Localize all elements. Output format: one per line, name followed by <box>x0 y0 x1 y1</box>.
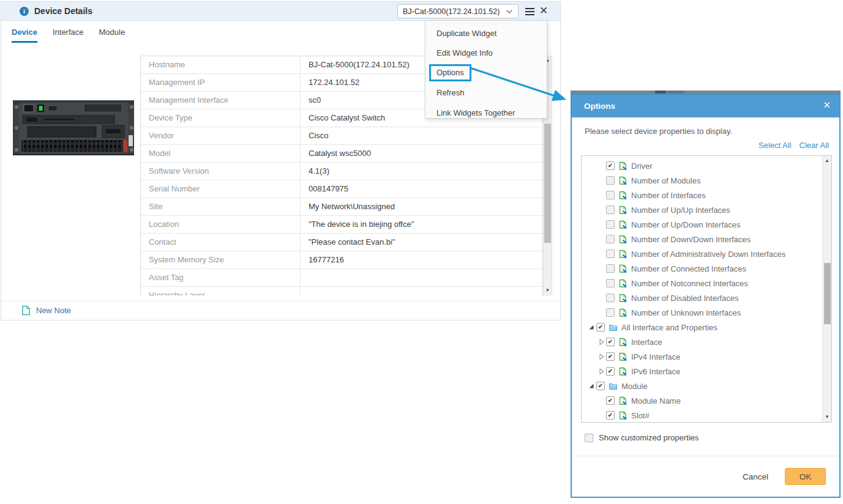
tree-item-label: Number of Administratively Down Interfac… <box>631 250 785 259</box>
tree-item-label: IPv4 Interface <box>631 352 680 361</box>
checkbox[interactable] <box>606 220 615 229</box>
ok-button[interactable]: OK <box>785 468 826 485</box>
collapsed-arrow-icon[interactable] <box>598 353 606 360</box>
menu-item-refresh[interactable]: Refresh <box>425 84 547 102</box>
tree-item[interactable]: Number of Notconnect Interfaces <box>588 276 831 291</box>
property-icon <box>618 250 628 259</box>
checkbox[interactable]: ✔ <box>606 411 615 420</box>
tab-module[interactable]: Module <box>99 28 126 43</box>
show-customized-checkbox[interactable] <box>585 434 593 442</box>
checkbox[interactable]: ✔ <box>596 382 605 390</box>
tree-item[interactable]: Number of Connected Interfaces <box>588 261 831 276</box>
checkbox[interactable] <box>606 264 615 273</box>
property-icon <box>618 191 628 200</box>
checkbox[interactable] <box>606 308 615 317</box>
checkbox[interactable] <box>606 294 615 302</box>
expanded-arrow-icon[interactable] <box>588 324 596 331</box>
tree-item-label: Number of Interfaces <box>631 191 705 200</box>
list-scrollbar[interactable]: ▲ ▼ <box>822 156 831 422</box>
tree-item[interactable]: ✔IPv4 Interface <box>588 349 831 364</box>
tree-item[interactable]: ✔All Interface and Properties <box>588 320 831 335</box>
list-scrollbar-thumb[interactable] <box>824 263 831 324</box>
select-all-link[interactable]: Select All <box>759 141 791 150</box>
property-value: 008147975 <box>301 180 542 198</box>
tree-item[interactable]: Number of Down/Down Interfaces <box>588 232 831 246</box>
checkbox[interactable] <box>606 235 615 243</box>
collapsed-arrow-icon[interactable] <box>598 368 606 375</box>
new-note-button[interactable]: New Note <box>21 305 71 316</box>
table-row: VendorCisco <box>141 127 542 145</box>
menu-item-edit-widget-info[interactable]: Edit Widget Info <box>425 44 547 62</box>
tree-item-label: IPv6 Interface <box>631 367 680 376</box>
tree-item-label: Number of Modules <box>631 176 700 185</box>
dialog-close-icon[interactable]: ✕ <box>823 100 831 111</box>
scroll-down-icon[interactable]: ▼ <box>823 414 831 420</box>
property-label: Contact <box>141 234 301 251</box>
property-label: Vendor <box>141 127 301 144</box>
tree-item[interactable]: Number of Modules <box>588 173 831 188</box>
dialog-header: Options ✕ <box>572 95 839 117</box>
clear-all-link[interactable]: Clear All <box>800 141 829 150</box>
property-value: Catalyst wsc5000 <box>301 145 542 162</box>
property-icon <box>618 176 628 185</box>
table-row: Asset Tag <box>141 269 542 287</box>
tree-item[interactable]: Number of Unknown Interfaces <box>588 305 831 320</box>
checkbox[interactable] <box>606 279 615 287</box>
checkbox[interactable] <box>606 176 615 185</box>
checkbox[interactable]: ✔ <box>596 323 605 332</box>
widget-title: Device Details <box>34 6 92 16</box>
tab-interface[interactable]: Interface <box>53 28 84 43</box>
property-icon <box>618 411 628 420</box>
tree-item-label: Interface <box>631 338 662 347</box>
tree-item[interactable]: ✔Slot# <box>588 408 831 423</box>
new-note-icon <box>21 305 31 316</box>
checkbox[interactable] <box>606 206 615 214</box>
checkbox[interactable] <box>606 191 615 199</box>
scroll-up-icon[interactable]: ▲ <box>823 158 831 163</box>
tree-item[interactable]: ✔Module <box>588 379 831 393</box>
tree-item[interactable]: Number of Interfaces <box>588 188 831 202</box>
menu-item-duplicate-widget[interactable]: Duplicate Widget <box>425 24 547 42</box>
tree-item-label: Number of Unknown Interfaces <box>631 308 741 317</box>
device-image <box>10 97 139 161</box>
property-label: Hostname <box>141 56 301 73</box>
tab-bar: DeviceInterfaceModule <box>12 28 125 43</box>
table-scrollbar-thumb[interactable] <box>544 124 551 243</box>
cancel-button[interactable]: Cancel <box>743 472 768 481</box>
tree-item[interactable]: ✔IPv6 Interface <box>588 364 831 379</box>
checkbox[interactable]: ✔ <box>606 396 615 405</box>
widget-menu-icon[interactable] <box>525 8 534 15</box>
property-label: Asset Tag <box>141 269 301 286</box>
collapsed-arrow-icon[interactable] <box>598 338 606 346</box>
tree-item[interactable]: Number of Disabled Interfaces <box>588 291 831 305</box>
tree-item[interactable]: Number of Administratively Down Interfac… <box>588 246 831 261</box>
checkbox[interactable]: ✔ <box>606 367 615 376</box>
widget-close-icon[interactable]: ✕ <box>539 4 548 17</box>
tree-item[interactable]: Number of Up/Up Interfaces <box>588 202 831 217</box>
chevron-down-icon <box>506 9 513 14</box>
checkbox[interactable]: ✔ <box>606 161 615 170</box>
menu-item-link-widgets-together[interactable]: Link Widgets Together <box>425 103 547 122</box>
checkbox[interactable]: ✔ <box>606 352 615 361</box>
tree-item[interactable]: ✔Module Name <box>588 393 831 408</box>
table-row: ModelCatalyst wsc5000 <box>141 145 542 163</box>
tab-device[interactable]: Device <box>12 28 37 43</box>
tree-item[interactable]: ✔Driver <box>588 158 831 173</box>
property-value: "The device is in biejing offce" <box>301 216 542 233</box>
scroll-down-icon[interactable]: ▼ <box>544 287 552 293</box>
checkbox[interactable] <box>606 250 615 258</box>
property-label: Serial Number <box>141 180 301 198</box>
checkbox[interactable]: ✔ <box>606 338 615 346</box>
expanded-arrow-icon[interactable] <box>588 382 596 390</box>
device-selector[interactable]: BJ-Cat-5000(172.24.101.52) <box>397 4 519 18</box>
selection-links: Select All Clear All <box>759 141 829 150</box>
property-icon <box>618 352 628 361</box>
property-value: 16777216 <box>301 251 542 269</box>
table-row: Serial Number008147975 <box>141 180 542 198</box>
property-icon <box>618 264 628 273</box>
menu-item-options[interactable]: Options <box>425 64 547 82</box>
tree-item[interactable]: ✔Interface <box>588 335 831 349</box>
table-row: Location"The device is in biejing offce" <box>141 216 542 234</box>
tree-item-label: Module <box>621 382 648 391</box>
tree-item[interactable]: Number of Up/Down Interfaces <box>588 217 831 232</box>
